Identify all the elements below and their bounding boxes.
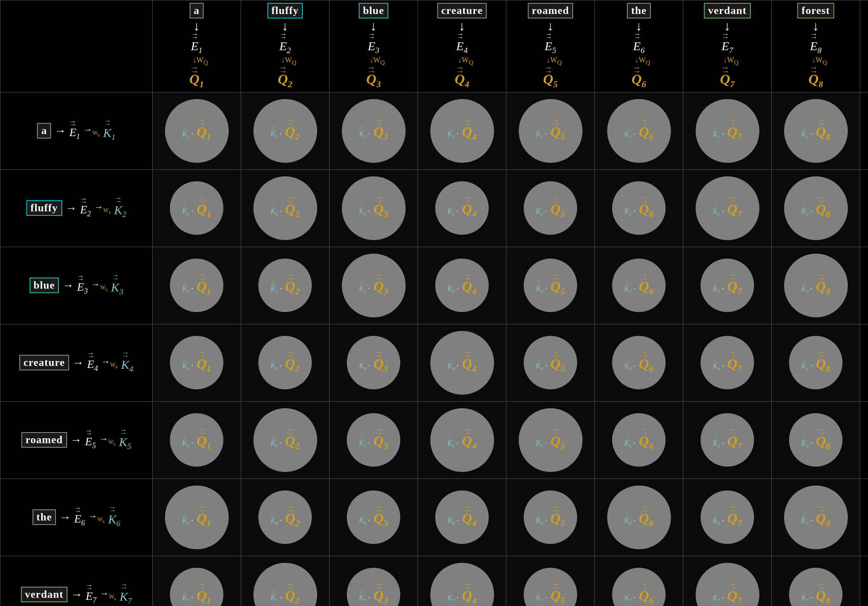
formula-5-4: →K 5 · →Q 4 [448,428,477,451]
header-token-creature: creature ↓ →E 4 ↓WQ →Q 4 [418,0,506,93]
cell-3-1: →K 3 · →Q 1 [153,247,241,324]
row-label-verdant: verdant → →E 7 →Wk →K 7 [0,556,153,606]
formula-4-4: →K 4 · →Q 4 [448,351,477,374]
formula-4-2: →K 4 · →Q 2 [271,351,300,374]
cell-5-4: →K 5 · →Q 4 [418,401,506,479]
formula-3-4: →K 3 · →Q 4 [448,274,477,297]
row-label-fluffy: fluffy → →E 2 →Wk →K 2 [0,169,153,247]
formula-7-6: →K 7 · →Q 6 [624,583,654,606]
formula-7-1: →K 7 · →Q 1 [182,583,211,606]
formula-1-3: →K 1 · →Q 3 [359,119,388,142]
cell-2-5: →K 2 · →Q 5 [506,169,595,247]
arrow-right-2: → [62,279,74,292]
formula-4-7: →K 4 · →Q 7 [713,351,742,374]
cell-4-5: →K 4 · →Q 5 [506,324,595,401]
formula-6-2: →K 6 · →Q 2 [271,506,300,529]
header-token-the: the ↓ →E 6 ↓WQ →Q 6 [595,0,683,93]
cell-1-5: →K 1 · →Q 5 [506,92,595,169]
formula-1-6: →K 1 · →Q 6 [624,119,654,142]
cell-6-4: →K 6 · →Q 4 [418,479,506,556]
cell-3-3: →K 3 · →Q 3 [330,247,418,324]
formula-6-1: →K 6 · →Q 1 [182,506,211,529]
cell-1-3: →K 1 · →Q 3 [330,92,418,169]
token-word-blue: blue [359,3,388,19]
formula-2-7: →K 2 · →Q 7 [713,197,742,220]
formula-6-7: →K 6 · →Q 7 [713,506,742,529]
cell-7-4: →K 7 · →Q 4 [418,556,506,606]
row-label-creature: creature → →E 4 →Wk →K 4 [0,324,153,401]
formula-3-1: →K 3 · →Q 1 [182,274,211,297]
formula-3-2: →K 3 · →Q 2 [271,274,300,297]
cell-6-5: →K 6 · →Q 5 [506,479,595,556]
header-token-forest: forest ↓ →E 8 ↓WQ →Q 8 [772,0,860,93]
formula-2-6: →K 2 · →Q 6 [624,197,654,220]
cell-6-1: →K 6 · →Q 1 [153,479,241,556]
header-token-verdant: verdant ↓ →E 7 ↓WQ →Q 7 [683,0,772,93]
cell-6-8: →K 6 · →Q 8 [772,479,860,556]
formula-7-8: →K 7 · →Q 8 [801,583,831,606]
formula-1-7: →K 1 · →Q 7 [713,119,742,142]
cell-2-8: →K 2 · →Q 8 [772,169,860,247]
formula-4-5: →K 4 · →Q 5 [536,351,565,374]
formula-2-5: →K 2 · →Q 5 [536,197,565,220]
cell-2-7: →K 2 · →Q 7 [683,169,772,247]
cell-3-8: →K 3 · →Q 8 [772,247,860,324]
formula-6-6: →K 6 · →Q 6 [624,506,654,529]
cell-4-1: →K 4 · →Q 1 [153,324,241,401]
cell-4-6: →K 4 · →Q 6 [595,324,683,401]
header-last-empty [860,0,868,93]
header-token-fluffy: fluffy ↓ →E 2 ↓WQ →Q 2 [241,0,330,93]
cell-7-3: →K 7 · →Q 3 [330,556,418,606]
formula-2-4: →K 2 · →Q 4 [448,197,477,220]
formula-4-3: →K 4 · →Q 3 [359,351,388,374]
cell-1-4: →K 1 · →Q 4 [418,92,506,169]
formula-5-8: →K 5 · →Q 8 [801,428,831,451]
row-last-0 [860,92,868,169]
arrow-right2-3: →Wk [101,356,118,369]
header-token-blue: blue ↓ →E 3 ↓WQ →Q 3 [330,0,418,93]
formula-2-3: →K 2 · →Q 3 [359,197,388,220]
cell-7-8: →K 7 · →Q 8 [772,556,860,606]
cell-7-5: →K 7 · →Q 5 [506,556,595,606]
token-word-fluffy: fluffy [267,3,303,19]
formula-7-3: →K 7 · →Q 3 [359,583,388,606]
row-label-a: a → →E 1 →Wk →K 1 [0,92,153,169]
token-word-the: the [627,3,651,19]
formula-5-5: →K 5 · →Q 5 [536,428,565,451]
cell-2-3: →K 2 · →Q 3 [330,169,418,247]
formula-5-6: →K 5 · →Q 6 [624,428,654,451]
cell-2-1: →K 2 · →Q 1 [153,169,241,247]
formula-6-4: →K 6 · →Q 4 [448,506,477,529]
row-token-the: the [32,509,56,525]
cell-4-8: →K 4 · →Q 8 [772,324,860,401]
row-token-creature: creature [19,355,69,370]
formula-1-5: →K 1 · →Q 5 [536,119,565,142]
formula-3-3: →K 3 · →Q 3 [359,274,388,297]
formula-6-5: →K 6 · →Q 5 [536,506,565,529]
cell-1-2: →K 1 · →Q 2 [241,92,330,169]
row-token-roamed: roamed [21,432,67,448]
arrow-right-6: → [71,588,82,601]
cell-1-8: →K 1 · →Q 8 [772,92,860,169]
header-token-roamed: roamed ↓ →E 5 ↓WQ →Q 5 [506,0,595,93]
row-label-blue: blue → →E 3 →Wk →K 3 [0,247,153,324]
formula-7-7: →K 7 · →Q 7 [713,583,742,606]
cell-2-6: →K 2 · →Q 6 [595,169,683,247]
header-token-a: a ↓ →E 1 ↓WQ →Q 1 [153,0,241,93]
token-word-verdant: verdant [704,3,751,19]
cell-4-2: →K 4 · →Q 2 [241,324,330,401]
formula-7-2: →K 7 · →Q 2 [271,583,300,606]
cell-7-1: →K 7 · →Q 1 [153,556,241,606]
arrow-right-0: → [54,124,66,137]
header-empty [0,0,153,93]
formula-4-6: →K 4 · →Q 6 [624,351,654,374]
row-token-verdant: verdant [21,587,68,602]
arrow-right2-0: →Wk [84,125,100,137]
cell-4-7: →K 4 · →Q 7 [683,324,772,401]
row-label-roamed: roamed → →E 5 →Wk →K 5 [0,401,153,479]
cell-3-7: →K 3 · →Q 7 [683,247,772,324]
formula-5-3: →K 5 · →Q 3 [359,428,388,451]
cell-5-5: →K 5 · →Q 5 [506,401,595,479]
formula-5-7: →K 5 · →Q 7 [713,428,742,451]
arrow-right2-6: →Wk [100,588,116,601]
